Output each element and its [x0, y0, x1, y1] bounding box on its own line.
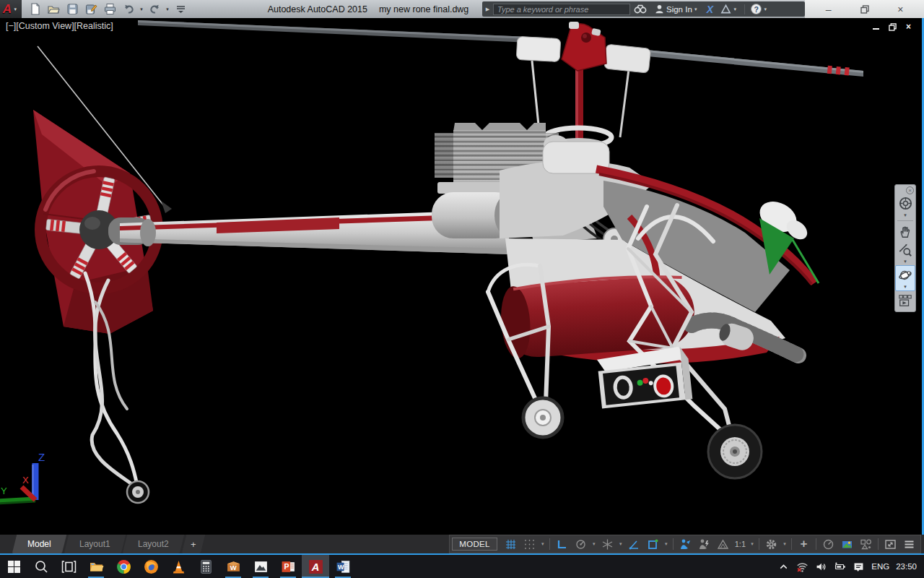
new-layout-button[interactable]: + [182, 535, 205, 553]
taskbar-chrome[interactable] [110, 555, 137, 578]
redo-button[interactable] [145, 1, 164, 17]
sign-in-dropdown[interactable]: ▾ [692, 6, 699, 13]
zoom-dropdown[interactable]: ▾ [896, 259, 915, 265]
workspace-switching-button[interactable] [762, 536, 780, 552]
isolate-objects-button[interactable] [857, 536, 875, 552]
quick-properties-toggle[interactable] [819, 536, 837, 552]
taskbar-calculator[interactable] [192, 555, 219, 578]
full-navigation-wheel-button[interactable] [896, 194, 915, 212]
save-button[interactable] [63, 1, 82, 17]
volume-icon[interactable] [815, 561, 827, 573]
minimize-button[interactable]: – [816, 0, 841, 18]
tab-layout1[interactable]: Layout1 [64, 535, 125, 553]
sign-in-button[interactable]: Sign In ▾ [650, 1, 703, 17]
exchange-apps-button[interactable]: X [703, 1, 717, 17]
isometric-drafting-toggle[interactable] [598, 536, 616, 552]
rear-wheel[interactable] [708, 425, 762, 478]
main-rotor-blades[interactable] [138, 20, 863, 77]
ucs-y-label: Y [1, 486, 7, 496]
annotation-autoscale-toggle[interactable] [695, 536, 713, 552]
ortho-toggle[interactable] [553, 536, 571, 552]
help-button[interactable]: ? ▾ [747, 1, 772, 17]
viewport-visual-style-menu[interactable]: [Realistic] [74, 21, 113, 31]
model-space-button[interactable]: MODEL [452, 538, 497, 551]
annotation-scale-value[interactable]: 1:1 [733, 540, 748, 548]
polar-tracking-toggle[interactable] [572, 536, 590, 552]
orbit-dropdown[interactable]: ▾ [896, 284, 915, 290]
front-wheel[interactable] [523, 398, 562, 437]
open-button[interactable] [44, 1, 63, 17]
plot-button[interactable] [100, 1, 119, 17]
taskbar-photos[interactable] [247, 555, 274, 578]
snap-mode-toggle[interactable] [520, 536, 539, 552]
zoom-button[interactable] [896, 241, 915, 259]
drawing-viewport[interactable]: Z X Y [−] [Custom View] [Realistic] × × … [0, 18, 924, 535]
grid-display-toggle[interactable] [502, 536, 520, 552]
battery-charging-icon[interactable] [834, 561, 846, 573]
viewport-controls-menu[interactable]: [−] [6, 21, 16, 31]
language-indicator[interactable]: ENG [871, 562, 889, 571]
taskbar-powerpoint[interactable]: P [274, 555, 302, 578]
taskbar-word[interactable]: W [329, 555, 357, 578]
object-snap-tracking-toggle[interactable] [625, 536, 643, 552]
showmotion-button[interactable] [896, 291, 915, 309]
new-button[interactable] [25, 1, 44, 17]
isodraft-dropdown[interactable]: ▾ [617, 541, 624, 547]
close-button[interactable]: × [888, 0, 912, 18]
taskbar-wordweb[interactable]: W [219, 555, 247, 578]
autoscale-icon [698, 538, 710, 551]
graphics-performance-toggle[interactable] [838, 536, 856, 552]
tray-expand-icon[interactable] [777, 561, 790, 573]
customization-button[interactable] [900, 536, 918, 552]
help-dropdown[interactable]: ▾ [762, 6, 769, 13]
wheel-dropdown[interactable]: ▾ [896, 212, 915, 219]
polar-dropdown[interactable]: ▾ [590, 541, 598, 547]
annotation-visibility-toggle[interactable] [676, 536, 694, 552]
osnap-icon [647, 538, 659, 551]
object-snap-toggle[interactable] [644, 536, 662, 552]
powerpoint-icon: P [281, 559, 296, 574]
titlebar: A ▾ ▾ ▾ [0, 0, 924, 18]
network-disconnected-icon[interactable] [796, 561, 808, 573]
annotation-scale-dropdown[interactable]: ▾ [749, 541, 756, 547]
osnap-dropdown[interactable]: ▾ [663, 541, 670, 547]
taskbar-vlc[interactable] [165, 555, 192, 578]
undo-button[interactable] [119, 1, 138, 17]
taskbar-firefox[interactable] [137, 555, 165, 578]
undo-dropdown[interactable]: ▾ [138, 6, 145, 13]
orbit-button[interactable] [896, 266, 915, 284]
helicopter-model-3d[interactable]: Z X Y [0, 18, 924, 535]
infocenter-collapse-arrow[interactable]: ▶ [482, 7, 493, 12]
doc-restore-button[interactable] [889, 23, 897, 31]
a360-dropdown[interactable]: ▾ [731, 6, 738, 13]
taskbar-autocad-active[interactable]: A [302, 555, 329, 578]
action-center-icon[interactable] [853, 561, 865, 573]
taskbar-search-button[interactable] [27, 555, 55, 578]
workspace-dropdown[interactable]: ▾ [781, 541, 788, 547]
taskbar-file-explorer[interactable] [82, 555, 110, 578]
tab-layout2[interactable]: Layout2 [123, 535, 184, 553]
clock[interactable]: 23:50 [896, 562, 917, 571]
viewport-view-menu[interactable]: [Custom View] [16, 21, 74, 31]
annotation-scale-indicator[interactable] [714, 536, 732, 552]
tab-model[interactable]: Model [12, 535, 66, 553]
save-as-button[interactable] [82, 1, 100, 17]
task-view-button[interactable] [55, 555, 82, 578]
doc-close-button[interactable]: × [906, 22, 911, 32]
snap-dropdown[interactable]: ▾ [539, 541, 546, 547]
a360-button[interactable]: ▾ [717, 1, 742, 17]
doc-minimize-button[interactable] [873, 24, 879, 30]
search-input[interactable] [493, 4, 630, 15]
restore-button[interactable] [853, 0, 877, 18]
isodraft-icon [601, 538, 614, 551]
pan-button[interactable] [896, 223, 915, 241]
clean-screen-toggle[interactable] [881, 536, 899, 552]
annotation-monitor-button[interactable]: + [795, 536, 813, 552]
application-menu-button[interactable]: A ▾ [0, 0, 22, 18]
navbar-close-icon[interactable]: × [906, 186, 914, 194]
redo-dropdown[interactable]: ▾ [164, 6, 171, 13]
search-button[interactable] [630, 1, 650, 17]
qat-customize-button[interactable] [171, 1, 190, 17]
start-button[interactable] [0, 555, 27, 578]
ucs-icon[interactable]: Z X Y [0, 451, 45, 504]
